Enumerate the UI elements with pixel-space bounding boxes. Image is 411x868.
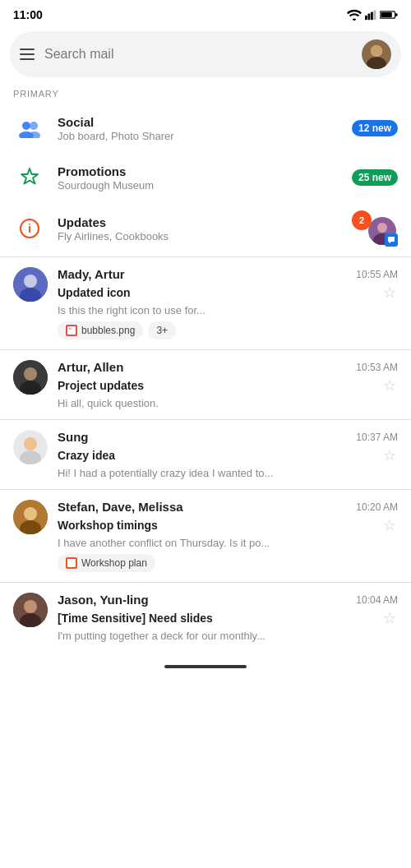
email-subject-row: Project updates ☆: [58, 375, 398, 396]
svg-point-33: [24, 507, 37, 520]
svg-rect-2: [371, 12, 373, 21]
email-header-jason: Jason, Yun-ling 10:04 AM: [58, 593, 398, 607]
svg-point-27: [24, 367, 37, 381]
category-social[interactable]: Social Job board, Photo Sharer 12 new: [0, 104, 411, 153]
svg-rect-1: [368, 14, 371, 21]
more-attachments[interactable]: 3+: [148, 321, 176, 339]
svg-text:i: i: [28, 222, 31, 235]
svg-rect-37: [69, 563, 72, 564]
email-content-mady: Mady, Artur 10:55 AM Updated icon ☆ Is t…: [58, 267, 398, 339]
social-badge: 12 new: [352, 120, 398, 136]
email-sender: Stefan, Dave, Melissa: [58, 500, 183, 514]
avatar-mady: [13, 267, 48, 302]
svg-rect-5: [381, 12, 392, 17]
svg-rect-20: [388, 237, 395, 242]
updates-badge-container: 2: [352, 210, 398, 247]
avatar-artur: [13, 360, 48, 395]
email-subject: [Time Sensitive] Need slides: [58, 612, 213, 625]
social-sub: Job board, Photo Sharer: [58, 130, 340, 142]
updates-info: Updates Fly Airlines, Cookbooks: [58, 215, 340, 242]
profile-avatar-img: [362, 39, 391, 69]
email-header-mady: Mady, Artur 10:55 AM: [58, 267, 398, 281]
email-sender: Mady, Artur: [58, 267, 125, 281]
chat-icon: [385, 233, 398, 247]
divider-4: [0, 582, 411, 583]
home-bar: [164, 665, 247, 668]
svg-point-22: [24, 275, 37, 288]
email-preview: Hi all, quick question.: [58, 397, 337, 409]
email-row[interactable]: Sung 10:37 AM Crazy idea ☆ Hi! I had a p…: [0, 422, 411, 487]
email-row[interactable]: Jason, Yun-ling 10:04 AM [Time Sensitive…: [0, 584, 411, 650]
email-time: 10:55 AM: [356, 269, 398, 280]
section-primary-label: PRIMARY: [0, 85, 411, 104]
star-button[interactable]: ☆: [381, 282, 398, 303]
battery-icon: [380, 10, 398, 20]
star-button[interactable]: ☆: [381, 515, 398, 536]
promotions-sub: Sourdough Museum: [58, 179, 340, 192]
svg-point-30: [24, 437, 37, 450]
email-preview: I'm putting together a deck for our mont…: [58, 630, 337, 642]
email-preview: I have another conflict on Thursday. Is …: [58, 537, 337, 549]
status-time: 11:00: [13, 8, 43, 21]
attachment-name: bubbles.png: [81, 325, 135, 336]
category-promotions[interactable]: Promotions Sourdough Museum 25 new: [0, 153, 411, 202]
divider-1: [0, 349, 411, 350]
email-time: 10:20 AM: [356, 501, 398, 513]
search-bar[interactable]: Search mail: [10, 31, 401, 77]
email-time: 10:04 AM: [356, 594, 398, 606]
email-time: 10:37 AM: [356, 432, 398, 443]
email-subject: Project updates: [58, 379, 144, 392]
updates-name: Updates: [58, 215, 340, 229]
email-subject: Workshop timings: [58, 519, 158, 532]
email-header-artur: Artur, Allen 10:53 AM: [58, 360, 398, 374]
signal-icon: [365, 9, 376, 21]
avatar-sung: [13, 430, 48, 464]
updates-icon: i: [13, 212, 46, 245]
hamburger-menu-icon[interactable]: [20, 48, 35, 60]
email-subject-row: [Time Sensitive] Need slides ☆: [58, 607, 398, 629]
email-row[interactable]: Artur, Allen 10:53 AM Project updates ☆ …: [0, 352, 411, 418]
svg-point-10: [371, 45, 382, 57]
star-button[interactable]: ☆: [381, 445, 398, 466]
svg-rect-3: [374, 10, 376, 20]
social-info: Social Job board, Photo Sharer: [58, 115, 340, 142]
category-updates[interactable]: i Updates Fly Airlines, Cookbooks 2: [0, 202, 411, 255]
svg-point-12: [30, 122, 38, 130]
image-chip-icon: [66, 325, 77, 336]
svg-point-39: [24, 600, 37, 613]
star-button[interactable]: ☆: [381, 375, 398, 396]
attachment-chips: bubbles.png 3+: [58, 321, 398, 339]
email-sender: Sung: [58, 430, 89, 444]
search-input[interactable]: Search mail: [44, 47, 352, 62]
email-content-sung: Sung 10:37 AM Crazy idea ☆ Hi! I had a p…: [58, 430, 398, 479]
category-email-divider: [0, 256, 411, 257]
email-row[interactable]: Mady, Artur 10:55 AM Updated icon ☆ Is t…: [0, 259, 411, 348]
email-sender: Artur, Allen: [58, 360, 123, 374]
email-sender: Jason, Yun-ling: [58, 593, 149, 607]
email-preview: Is this the right icon to use for...: [58, 304, 337, 316]
email-row[interactable]: Stefan, Dave, Melissa 10:20 AM Workshop …: [0, 492, 411, 580]
divider-2: [0, 419, 411, 420]
home-indicator: [0, 650, 411, 675]
email-preview: Hi! I had a potentially crazy idea I wan…: [58, 467, 337, 479]
status-icons: [347, 9, 398, 21]
social-name: Social: [58, 115, 340, 129]
svg-point-11: [22, 122, 30, 130]
svg-rect-6: [395, 13, 398, 16]
email-header-sung: Sung 10:37 AM: [58, 430, 398, 444]
slides-chip-icon: [66, 557, 77, 569]
user-avatar[interactable]: [362, 39, 391, 69]
email-content-jason: Jason, Yun-ling 10:04 AM [Time Sensitive…: [58, 593, 398, 642]
avatar-stefan: [13, 500, 48, 534]
updates-sub: Fly Airlines, Cookbooks: [58, 230, 340, 242]
social-icon: [13, 112, 46, 145]
attachment-chip-slides[interactable]: Workshop plan: [58, 554, 155, 572]
attachment-chip-png[interactable]: bubbles.png: [58, 321, 143, 339]
attachment-name-workshop: Workshop plan: [81, 557, 147, 569]
email-subject-row: Workshop timings ☆: [58, 515, 398, 536]
email-time: 10:53 AM: [356, 362, 398, 373]
star-button[interactable]: ☆: [381, 607, 398, 629]
email-header-stefan: Stefan, Dave, Melissa 10:20 AM: [58, 500, 398, 514]
promotions-icon: [13, 161, 46, 194]
avatar-jason: [13, 593, 48, 627]
